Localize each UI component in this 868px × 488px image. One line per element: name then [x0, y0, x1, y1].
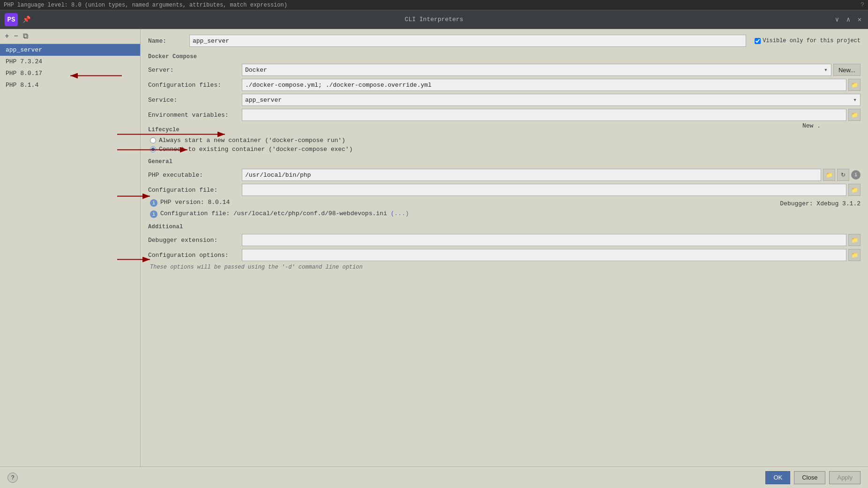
config-file-folder-button[interactable]: 📁 — [848, 184, 861, 196]
service-select[interactable]: app_server nginx mysql — [242, 94, 861, 106]
config-file-info-text: Configuration file: /usr/local/etc/php/c… — [160, 210, 409, 217]
config-options-input[interactable] — [242, 249, 846, 261]
server-select-wrapper: Docker Docker Machine WSL — [242, 64, 831, 76]
pin-icon: 📌 — [22, 15, 30, 23]
new-container-radio-row: Always start a new container ('docker-co… — [148, 137, 861, 144]
cli-interpreters-dialog: + − ⧉ app_server PHP 7.3.24 PHP 8.0.17 P… — [0, 29, 868, 488]
debugger-ext-field: 📁 — [242, 234, 861, 246]
existing-container-radio[interactable] — [150, 146, 156, 152]
debugger-text: Debugger: Xdebug 3.1.2 — [780, 200, 861, 207]
add-interpreter-button[interactable]: + — [4, 32, 10, 41]
window-controls: ∨ ∧ ✕ — [833, 16, 863, 23]
visible-only-checkbox[interactable] — [755, 38, 761, 44]
maximize-icon[interactable]: ∧ — [845, 16, 852, 23]
php-executable-refresh-button[interactable]: ↻ — [837, 169, 849, 181]
config-options-field: 📁 — [242, 249, 861, 261]
config-files-row: Configuration files: 📁 — [148, 79, 861, 91]
close-button[interactable]: Close — [794, 471, 825, 484]
config-options-row: Configuration options: 📁 — [148, 249, 861, 261]
footer-right: OK Close Apply — [765, 471, 861, 484]
env-vars-input[interactable] — [242, 109, 846, 121]
interpreter-list: app_server PHP 7.3.24 PHP 8.0.17 PHP 8.1… — [0, 44, 140, 466]
remove-interpreter-button[interactable]: − — [13, 32, 20, 41]
php-version-bar: PHP language level: 8.0 (union types, na… — [0, 0, 868, 10]
env-vars-row: Environment variables: 📁 — [148, 109, 861, 121]
server-field: Docker Docker Machine WSL New... — [242, 64, 861, 76]
server-label: Server: — [148, 67, 242, 74]
server-row: Server: Docker Docker Machine WSL New... — [148, 64, 861, 76]
app-title-bar: PS 📌 CLI Interpreters ∨ ∧ ✕ — [0, 10, 868, 29]
config-file-info: i Configuration file: /usr/local/etc/php… — [148, 210, 861, 218]
server-select[interactable]: Docker Docker Machine WSL — [242, 64, 831, 76]
docker-compose-title: Docker Compose — [148, 53, 861, 60]
app-icon: PS — [5, 13, 18, 26]
additional-section: Additional Debugger extension: 📁 Configu… — [148, 224, 861, 270]
php-executable-input[interactable] — [242, 169, 821, 181]
interpreter-item-php-8-1-4[interactable]: PHP 8.1.4 — [0, 79, 140, 91]
name-label: Name: — [148, 38, 186, 45]
ok-button[interactable]: OK — [765, 471, 790, 484]
interpreter-item-php-8-0-17[interactable]: PHP 8.0.17 — [0, 68, 140, 79]
config-files-label: Configuration files: — [148, 82, 242, 89]
general-section: General PHP executable: 📁 ↻ i Confi — [148, 158, 861, 218]
lifecycle-section: Lifecycle Always start a new container (… — [148, 127, 861, 153]
top-help-icon[interactable]: ? — [861, 1, 864, 8]
php-executable-folder-button[interactable]: 📁 — [823, 169, 835, 181]
php-executable-row: PHP executable: 📁 ↻ i — [148, 169, 861, 181]
php-executable-info-button[interactable]: i — [851, 170, 861, 180]
new-container-label: Always start a new container ('docker-co… — [159, 137, 345, 144]
php-executable-field: 📁 ↻ i — [242, 169, 861, 181]
interpreter-toolbar: + − ⧉ — [0, 29, 140, 44]
config-files-input[interactable] — [242, 79, 846, 91]
config-file-input[interactable] — [242, 184, 846, 196]
service-row: Service: app_server nginx mysql — [148, 94, 861, 106]
debugger-ext-row: Debugger extension: 📁 — [148, 234, 861, 246]
service-select-wrapper: app_server nginx mysql — [242, 94, 861, 106]
close-icon[interactable]: ✕ — [856, 16, 863, 23]
env-vars-field: 📁 — [242, 109, 861, 121]
env-vars-folder-button[interactable]: 📁 — [848, 109, 861, 121]
help-button[interactable]: ? — [7, 473, 18, 483]
dialog-title: CLI Interpreters — [405, 16, 464, 23]
config-options-label: Configuration options: — [148, 252, 242, 259]
lifecycle-radio-group: Always start a new container ('docker-co… — [148, 137, 861, 153]
config-file-info-icon: i — [150, 210, 157, 218]
service-label: Service: — [148, 97, 242, 104]
right-panel: Name: Visible only for this project Dock… — [141, 29, 868, 466]
new-container-radio[interactable] — [150, 137, 156, 143]
general-title: General — [148, 158, 861, 165]
config-files-folder-button[interactable]: 📁 — [848, 79, 861, 91]
debugger-ext-input[interactable] — [242, 234, 846, 246]
config-files-field: 📁 — [242, 79, 861, 91]
additional-title: Additional — [148, 224, 861, 230]
dialog-wrapper: + − ⧉ app_server PHP 7.3.24 PHP 8.0.17 P… — [0, 29, 868, 488]
interpreter-item-app-server[interactable]: app_server — [0, 44, 140, 56]
config-options-hint: These options will be passed using the '… — [148, 264, 861, 270]
visible-checkbox-label: Visible only for this project — [755, 38, 861, 44]
existing-container-radio-row: Connect to existing container ('docker-c… — [148, 146, 861, 153]
config-options-folder-button[interactable]: 📁 — [848, 249, 861, 261]
interpreter-item-php-7-3-24[interactable]: PHP 7.3.24 — [0, 56, 140, 68]
config-file-label: Configuration file: — [148, 187, 242, 194]
php-version-info-icon: i — [150, 199, 157, 207]
copy-interpreter-button[interactable]: ⧉ — [22, 32, 29, 41]
debugger-ext-folder-button[interactable]: 📁 — [848, 234, 861, 246]
config-file-link[interactable]: (...) — [390, 210, 409, 217]
apply-button[interactable]: Apply — [829, 471, 861, 484]
php-version-info: i PHP version: 8.0.14 — [148, 199, 230, 207]
php-executable-label: PHP executable: — [148, 172, 242, 179]
minimize-icon[interactable]: ∨ — [833, 16, 841, 23]
config-file-field: 📁 — [242, 184, 861, 196]
lifecycle-title: Lifecycle — [148, 127, 861, 133]
php-version-row: i PHP version: 8.0.14 Debugger: Xdebug 3… — [148, 199, 861, 208]
left-panel: + − ⧉ app_server PHP 7.3.24 PHP 8.0.17 P… — [0, 29, 141, 466]
name-input[interactable] — [189, 35, 746, 47]
php-version-text: PHP language level: 8.0 (union types, na… — [4, 2, 287, 8]
existing-container-label: Connect to existing container ('docker-c… — [159, 146, 352, 153]
name-row: Name: Visible only for this project — [148, 35, 861, 47]
service-field: app_server nginx mysql — [242, 94, 861, 106]
config-file-row: Configuration file: 📁 — [148, 184, 861, 196]
docker-compose-section: Docker Compose Server: Docker Docker Mac… — [148, 53, 861, 121]
debugger-ext-label: Debugger extension: — [148, 237, 242, 244]
new-server-button[interactable]: New... — [833, 64, 861, 76]
